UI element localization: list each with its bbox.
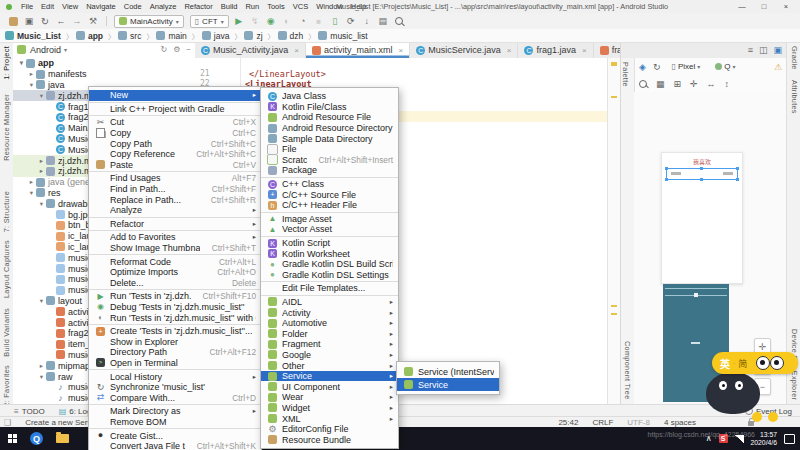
menubar-run[interactable]: Run	[241, 2, 263, 11]
chevron-collapsed-icon[interactable]: ▸	[37, 157, 46, 165]
menu-resource-bundle[interactable]: Resource Bundle	[261, 434, 398, 445]
menu-c-class[interactable]: CC++ Class	[261, 179, 398, 190]
settings-gear-icon[interactable]: ⚙	[173, 45, 180, 54]
menu-ui-component[interactable]: UI Component▸	[261, 381, 398, 392]
chevron-expanded-icon[interactable]: ▾	[37, 297, 46, 305]
status-utf-8[interactable]: UTF-8	[627, 418, 650, 427]
profiler-icon[interactable]: ◔	[296, 15, 310, 27]
tab-todo[interactable]: ≡ TODO	[14, 407, 45, 416]
status-4-spaces[interactable]: 4 spaces	[664, 418, 696, 427]
breadcrumb-java[interactable]: java	[202, 31, 230, 41]
tab-close-icon[interactable]: ×	[507, 46, 512, 55]
menu-link-c-project-with-gradle[interactable]: Link C++ Project with Gradle	[89, 104, 261, 115]
menu-aidl[interactable]: AIDL▸	[261, 297, 398, 308]
breadcrumb-app[interactable]: app	[76, 31, 103, 41]
menu-service-intentservice[interactable]: Service (IntentService)	[397, 365, 499, 378]
warning-icon[interactable]: ⚠	[774, 62, 782, 72]
editor-error-stripe[interactable]	[607, 58, 620, 404]
menu-directory-path[interactable]: Directory PathCtrl+Alt+F12	[89, 347, 261, 358]
menu-kotlin-file-class[interactable]: KKotlin File/Class	[261, 102, 398, 113]
debug-icon[interactable]: ◉	[264, 15, 278, 27]
device-selector[interactable]: ▯ Pixel ▾	[667, 61, 704, 72]
menu-fragment[interactable]: Fragment▸	[261, 339, 398, 350]
tree-row-app[interactable]: ▾app	[13, 58, 195, 69]
design-surface-icon[interactable]: ◈	[639, 62, 646, 72]
project-view-selector[interactable]: Android	[30, 45, 61, 55]
back-icon[interactable]: ←	[54, 15, 68, 27]
menu-synchronize-music-list[interactable]: ↻Synchronize 'music_list'	[89, 382, 261, 393]
chevron-expanded-icon[interactable]: ▾	[27, 189, 36, 197]
open-project-icon[interactable]	[6, 15, 20, 27]
menu-c-c-header-file[interactable]: hC/C++ Header File	[261, 200, 398, 211]
run-icon[interactable]: ▶	[232, 15, 246, 27]
hide-panel-icon[interactable]: −	[186, 45, 191, 54]
sidebar-tab-gradle[interactable]: Gradle	[790, 46, 799, 70]
menu-open-in-terminal[interactable]: >Open in Terminal	[89, 358, 261, 369]
menu-c-c-source-file[interactable]: +C/C++ Source File	[261, 189, 398, 200]
chevron-collapsed-icon[interactable]: ▸	[27, 178, 36, 186]
menu-analyze[interactable]: Analyze▸	[89, 205, 261, 216]
sidebar-tab-build-variants[interactable]: Build Variants	[2, 308, 11, 357]
chevron-expanded-icon[interactable]: ▾	[17, 59, 26, 67]
menubar-tools[interactable]: Tools	[263, 2, 289, 11]
menu-automotive[interactable]: Automotive▸	[261, 318, 398, 329]
menu-folder[interactable]: Folder▸	[261, 328, 398, 339]
design-preview[interactable]: 我喜欢	[661, 152, 743, 284]
menu-xml[interactable]: XML▸	[261, 413, 398, 424]
search-everywhere-icon[interactable]	[392, 15, 406, 27]
menu-other[interactable]: Other▸	[261, 360, 398, 371]
tab-close-icon[interactable]: ×	[294, 46, 299, 55]
menu-debug-tests-in-zj-dzh-music-list[interactable]: ◉Debug 'Tests in 'zj.dzh.music_list''	[89, 302, 261, 313]
menu-show-in-explorer[interactable]: Show in Explorer	[89, 336, 261, 347]
tab-close-icon[interactable]: ×	[582, 46, 587, 55]
chevron-expanded-icon[interactable]: ▾	[37, 200, 46, 208]
forward-icon[interactable]: →	[70, 15, 84, 27]
read-lock-icon[interactable]	[748, 421, 754, 426]
split-view-icon[interactable]: ◫	[759, 45, 768, 55]
menu-run-tests-in-zj-dzh-music-list[interactable]: ▶Run 'Tests in 'zj.dzh.music_list''Ctrl+…	[89, 291, 261, 302]
menu-kotlin-worksheet[interactable]: KKotlin Worksheet	[261, 248, 398, 259]
menu-android-resource-directory[interactable]: Android Resource Directory	[261, 123, 398, 134]
sync-project-icon[interactable]: ↻	[38, 15, 52, 27]
chevron-collapsed-icon[interactable]: ▸	[37, 167, 46, 175]
tab-palette[interactable]: Palette	[621, 62, 630, 87]
tab-frag2-layout-xml[interactable]: frag2_layout.xml×	[594, 42, 620, 58]
menubar-navigate[interactable]: Navigate	[82, 2, 120, 11]
expand-vertical-icon[interactable]: ↕	[725, 79, 730, 89]
api-selector[interactable]: Q ▾	[711, 61, 739, 72]
status-crlf[interactable]: CRLF	[592, 418, 613, 427]
chevron-expanded-icon[interactable]: ▾	[27, 81, 36, 89]
tab-music-activity-java[interactable]: CMusic_Activity.java×	[195, 42, 306, 58]
tab-component-tree[interactable]: Component Tree	[623, 341, 632, 400]
menubar-analyze[interactable]: Analyze	[146, 2, 181, 11]
menu-local-history[interactable]: Local History▸	[89, 371, 261, 382]
expand-horizontal-icon[interactable]: ↔	[707, 79, 716, 89]
selected-component[interactable]	[666, 168, 738, 180]
menu-run-tests-in-zj-dzh-music-list-wit[interactable]: ◐Run 'Tests in 'zj.dzh.music_list'' with…	[89, 312, 261, 323]
tree-row-manifests[interactable]: ▸manifests	[13, 69, 195, 80]
menu-create-gist[interactable]: ●Create Gist...	[89, 430, 261, 441]
menu-copy-reference[interactable]: Copy ReferenceCtrl+Alt+Shift+C	[89, 149, 261, 160]
menu-service[interactable]: Service	[397, 378, 499, 391]
menubar-view[interactable]: View	[58, 2, 82, 11]
avd-manager-icon[interactable]: ▯	[328, 15, 342, 27]
menu-google[interactable]: Google▸	[261, 350, 398, 361]
breadcrumb-main[interactable]: main	[156, 31, 186, 41]
chevron-collapsed-icon[interactable]: ▸	[27, 70, 36, 78]
menu-find-in-path[interactable]: Find in Path...Ctrl+Shift+F	[89, 184, 261, 195]
menu-activity[interactable]: Activity▸	[261, 307, 398, 318]
menu-gradle-kotlin-dsl-settings[interactable]: ●Gradle Kotlin DSL Settings	[261, 270, 398, 281]
menu-reformat-code[interactable]: Reformat CodeCtrl+Alt+L	[89, 256, 261, 267]
file-explorer-icon[interactable]	[56, 434, 69, 443]
chevron-expanded-icon[interactable]: ▾	[37, 373, 46, 381]
gradle-sync-icon[interactable]: ⟳	[344, 15, 358, 27]
menu-replace-in-path[interactable]: Replace in Path...Ctrl+Shift+R	[89, 194, 261, 205]
menu-delete[interactable]: Delete...Delete	[89, 278, 261, 289]
action-center-icon[interactable]	[784, 434, 795, 444]
menu-sample-data-directory[interactable]: Sample Data Directory	[261, 133, 398, 144]
breadcrumb-music_list[interactable]: Music_List	[5, 31, 61, 41]
menu-widget[interactable]: Widget▸	[261, 403, 398, 414]
sidebar-tab-layout-captures[interactable]: Layout Captures	[2, 240, 11, 298]
chevron-expanded-icon[interactable]: ▾	[37, 92, 46, 100]
menubar-file[interactable]: File	[17, 2, 37, 11]
